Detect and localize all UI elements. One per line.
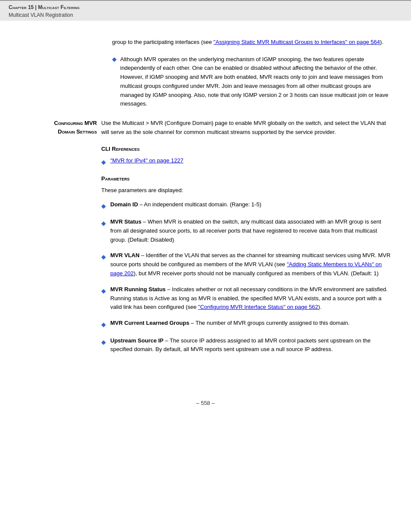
param-domain-id-separator: – (138, 201, 144, 208)
param-mvr-learned-groups-desc: The number of MVR groups currently assig… (196, 320, 350, 326)
bullet-diamond-igmp: ◆ (112, 56, 117, 62)
section-label: Configuring MVR Domain Settings (17, 119, 101, 136)
content-area: group to the participating interfaces (s… (0, 21, 411, 383)
param-domain-id: ◆ Domain ID – An independent multicast d… (101, 200, 394, 211)
param-domain-id-name: Domain ID (110, 201, 138, 208)
param-mvr-learned-groups-separator: – (189, 320, 195, 326)
intro-paragraph: group to the participating interfaces (s… (112, 38, 394, 47)
param-mvr-vlan-after-link: ), but MVR receiver ports should not be … (134, 270, 379, 277)
param-mvr-running-status-link[interactable]: "Configuring MVR Interface Status" on pa… (198, 304, 318, 310)
header-left: Chapter 15 | Multicast Filtering Multica… (9, 3, 80, 19)
header-subtitle: Multicast VLAN Registration (9, 11, 80, 19)
section-body: Use the Multicast > MVR (Configure Domai… (101, 119, 394, 361)
intro-link[interactable]: "Assigning Static MVR Multicast Groups t… (214, 39, 380, 45)
param-mvr-running-status-after-link: ). (318, 304, 322, 310)
param-mvr-running-status: ◆ MVR Running Status – Indicates whether… (101, 285, 394, 312)
bullet-diamond-domain-id: ◆ (101, 201, 106, 211)
param-mvr-learned-groups: ◆ MVR Current Learned Groups – The numbe… (101, 319, 394, 329)
bullet-diamond-mvr-running-status: ◆ (101, 286, 106, 296)
section-configuring-mvr: Configuring MVR Domain Settings Use the … (17, 119, 394, 361)
param-upstream-source-ip: ◆ Upstream Source IP – The source IP add… (101, 336, 394, 355)
param-upstream-source-ip-separator: – (164, 337, 170, 344)
intro-text-after-link: ). (380, 39, 383, 45)
cli-references-title: CLI References (101, 145, 394, 154)
intro-text-before-link: group to the participating interfaces (s… (112, 39, 214, 45)
cli-references-link[interactable]: "MVR for IPv4" on page 1227 (110, 157, 184, 164)
parameters-title: Parameters (101, 174, 394, 184)
param-mvr-vlan-name: MVR VLAN (110, 252, 140, 258)
page-footer: – 558 – (0, 400, 411, 415)
param-mvr-vlan: ◆ MVR VLAN – Identifier of the VLAN that… (101, 251, 394, 278)
param-mvr-learned-groups-text: MVR Current Learned Groups – The number … (110, 319, 349, 328)
param-mvr-vlan-separator: – (140, 252, 146, 258)
param-upstream-source-ip-text: Upstream Source IP – The source IP addre… (110, 336, 394, 355)
section-label-line1: Configuring MVR Domain Settings (54, 120, 97, 135)
param-mvr-status-name: MVR Status (110, 218, 141, 225)
chapter-separator: | (34, 4, 38, 10)
param-mvr-status-desc: When MVR is enabled on the switch, any m… (110, 218, 381, 243)
parameters-intro: These parameters are displayed: (101, 186, 394, 195)
param-domain-id-text: Domain ID – An independent multicast dom… (110, 200, 261, 209)
bullet-igmp-item: ◆ Although MVR operates on the underlyin… (112, 55, 394, 109)
param-mvr-status: ◆ MVR Status – When MVR is enabled on th… (101, 218, 394, 244)
bullet-diamond-mvr-learned-groups: ◆ (101, 320, 106, 329)
bullet-diamond-upstream-source-ip: ◆ (101, 337, 106, 347)
param-domain-id-desc: An independent multicast domain. (Range:… (144, 201, 261, 208)
bullet-diamond-cli: ◆ (101, 157, 106, 167)
bullet-diamond-mvr-status: ◆ (101, 218, 106, 228)
chapter-title: Multicast Filtering (38, 4, 79, 10)
param-mvr-learned-groups-name: MVR Current Learned Groups (110, 320, 189, 326)
page-container: Chapter 15 | Multicast Filtering Multica… (0, 0, 411, 532)
page-header: Chapter 15 | Multicast Filtering Multica… (0, 0, 411, 21)
cli-references-link-text: "MVR for IPv4" on page 1227 (110, 156, 184, 165)
param-mvr-running-status-text: MVR Running Status – Indicates whether o… (110, 285, 394, 312)
param-mvr-status-separator: – (141, 218, 147, 225)
param-mvr-status-text: MVR Status – When MVR is enabled on the … (110, 218, 394, 244)
param-mvr-running-status-name: MVR Running Status (110, 286, 166, 292)
page-number: – 558 – (196, 400, 215, 406)
section-body-text: Use the Multicast > MVR (Configure Domai… (101, 119, 394, 137)
param-upstream-source-ip-name: Upstream Source IP (110, 337, 164, 344)
param-mvr-running-status-separator: – (166, 286, 172, 292)
bullet-diamond-mvr-vlan: ◆ (101, 252, 106, 261)
bullet-igmp-text: Although MVR operates on the underlying … (120, 55, 394, 109)
cli-references-item: ◆ "MVR for IPv4" on page 1227 (101, 156, 394, 167)
chapter-label: Chapter 15 (9, 4, 34, 10)
header-chapter: Chapter 15 | Multicast Filtering (9, 3, 80, 11)
param-mvr-vlan-text: MVR VLAN – Identifier of the VLAN that s… (110, 251, 394, 278)
